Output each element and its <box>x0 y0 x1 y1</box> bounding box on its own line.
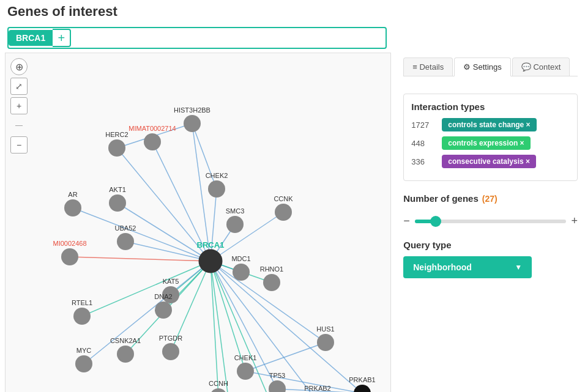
query-type-dropdown[interactable]: Neighborhood ▼ <box>403 256 532 278</box>
svg-text:PRKAB2: PRKAB2 <box>304 385 330 392</box>
add-gene-button[interactable]: + <box>53 29 71 47</box>
interaction-types-title: Interaction types <box>411 102 570 112</box>
svg-text:TP53: TP53 <box>269 372 285 379</box>
details-icon: ≡ <box>412 62 419 72</box>
svg-line-7 <box>70 257 211 261</box>
svg-text:DNA2: DNA2 <box>154 293 172 300</box>
zoom-separator: — <box>10 117 28 134</box>
svg-point-33 <box>184 115 201 132</box>
graph-panel: ⊕ ⤢ + — − BRCA1HIST3H2BBMIMAT0002714HERC… <box>5 53 391 392</box>
svg-point-67 <box>162 343 179 360</box>
slider-plus[interactable]: + <box>571 215 578 227</box>
svg-point-59 <box>155 301 172 319</box>
count-2: 448 <box>411 139 436 148</box>
svg-line-21 <box>211 261 218 392</box>
slider-minus[interactable]: − <box>403 215 410 227</box>
svg-point-61 <box>73 308 91 325</box>
svg-text:AR: AR <box>68 191 77 198</box>
count-1: 1727 <box>411 120 436 130</box>
svg-point-69 <box>237 363 254 380</box>
svg-text:RTEL1: RTEL1 <box>72 299 92 306</box>
svg-line-3 <box>73 208 211 261</box>
genes-count: (27) <box>482 194 497 204</box>
tab-settings[interactable]: ⚙ Settings <box>454 57 511 76</box>
svg-point-71 <box>317 334 334 351</box>
dropdown-arrow-icon: ▼ <box>515 263 522 272</box>
badge-controls-expression[interactable]: controls expression × <box>442 136 530 150</box>
svg-point-39 <box>64 199 81 216</box>
network-graph[interactable]: BRCA1HIST3H2BBMIMAT0002714HERC2ARAKT1CHE… <box>6 53 390 392</box>
badge-consecutive-catalysis[interactable]: consecutive catalysis × <box>442 155 536 168</box>
interaction-row-1: 1727 controls state change × <box>411 118 570 131</box>
svg-text:HUS1: HUS1 <box>316 325 334 333</box>
number-of-genes-section: Number of genes (27) − + <box>403 193 578 227</box>
fullscreen-control[interactable]: ⤢ <box>10 78 28 95</box>
zoom-in-control[interactable]: + <box>10 97 28 114</box>
svg-text:CHEK2: CHEK2 <box>206 172 228 179</box>
svg-line-26 <box>245 342 326 371</box>
svg-point-45 <box>117 233 134 250</box>
svg-text:BRCA1: BRCA1 <box>197 240 225 250</box>
context-icon: 💬 <box>521 62 534 72</box>
compass-control[interactable]: ⊕ <box>10 58 28 75</box>
interaction-row-3: 336 consecutive catalysis × <box>411 155 570 168</box>
svg-point-51 <box>226 216 244 233</box>
graph-controls: ⊕ ⤢ + — − <box>10 58 28 153</box>
gene-tag: BRCA1 <box>9 30 53 46</box>
svg-line-25 <box>211 261 362 392</box>
interaction-types-section: Interaction types 1727 controls state ch… <box>403 94 578 181</box>
svg-text:HIST3H2BB: HIST3H2BB <box>174 106 211 114</box>
svg-text:MI0002468: MI0002468 <box>53 240 86 247</box>
slider-track[interactable] <box>415 220 567 223</box>
svg-text:KAT5: KAT5 <box>163 278 179 285</box>
tab-details[interactable]: ≡ Details <box>403 57 453 76</box>
tab-bar: ≡ Details ⚙ Settings 💬 Context <box>403 57 578 76</box>
count-3: 336 <box>411 157 436 166</box>
svg-text:CSNK2A1: CSNK2A1 <box>110 337 141 344</box>
svg-point-37 <box>108 139 125 157</box>
svg-point-53 <box>233 264 250 281</box>
interaction-row-2: 448 controls expression × <box>411 136 570 150</box>
svg-point-41 <box>109 194 126 212</box>
num-genes-label: Number of genes <box>403 193 479 204</box>
svg-point-31 <box>199 250 222 272</box>
gene-input-area: BRCA1 + <box>7 27 387 49</box>
right-panel: ≡ Details ⚙ Settings 💬 Context Interacti… <box>396 53 585 392</box>
query-type-selected: Neighborhood <box>413 262 472 272</box>
query-type-section: Query type Neighborhood ▼ <box>403 240 578 278</box>
genes-slider-row: − + <box>403 215 578 227</box>
svg-point-43 <box>208 180 225 198</box>
svg-text:PTGDR: PTGDR <box>159 335 183 342</box>
settings-icon: ⚙ <box>463 62 473 72</box>
svg-point-63 <box>75 355 92 372</box>
svg-text:PRKAB1: PRKAB1 <box>349 376 375 383</box>
svg-point-65 <box>117 346 134 363</box>
svg-point-49 <box>275 204 292 221</box>
svg-point-83 <box>354 385 371 392</box>
svg-point-75 <box>210 388 227 392</box>
badge-controls-state-change[interactable]: controls state change × <box>442 118 536 131</box>
page-title: Genes of interest <box>0 0 585 23</box>
slider-thumb[interactable] <box>430 216 441 227</box>
svg-text:HERC2: HERC2 <box>105 131 128 138</box>
svg-line-14 <box>82 261 211 316</box>
svg-point-73 <box>269 380 286 392</box>
svg-text:CCNK: CCNK <box>274 195 293 202</box>
svg-text:UBA52: UBA52 <box>115 224 136 232</box>
svg-text:CCNH: CCNH <box>209 380 228 387</box>
svg-point-47 <box>61 248 78 265</box>
svg-line-8 <box>211 212 283 261</box>
svg-text:MIMAT0002714: MIMAT0002714 <box>129 125 176 132</box>
svg-text:MYC: MYC <box>76 347 92 354</box>
tab-context[interactable]: 💬 Context <box>512 57 570 76</box>
svg-text:RHNO1: RHNO1 <box>260 265 284 273</box>
svg-point-55 <box>263 274 280 291</box>
query-type-label: Query type <box>403 240 578 250</box>
svg-text:MDC1: MDC1 <box>231 255 250 262</box>
svg-line-15 <box>84 261 211 364</box>
svg-point-35 <box>144 133 161 150</box>
svg-text:SMC3: SMC3 <box>226 207 245 215</box>
svg-text:CHEK1: CHEK1 <box>234 354 257 361</box>
zoom-out-control[interactable]: − <box>10 136 28 153</box>
svg-text:AKT1: AKT1 <box>109 186 126 193</box>
